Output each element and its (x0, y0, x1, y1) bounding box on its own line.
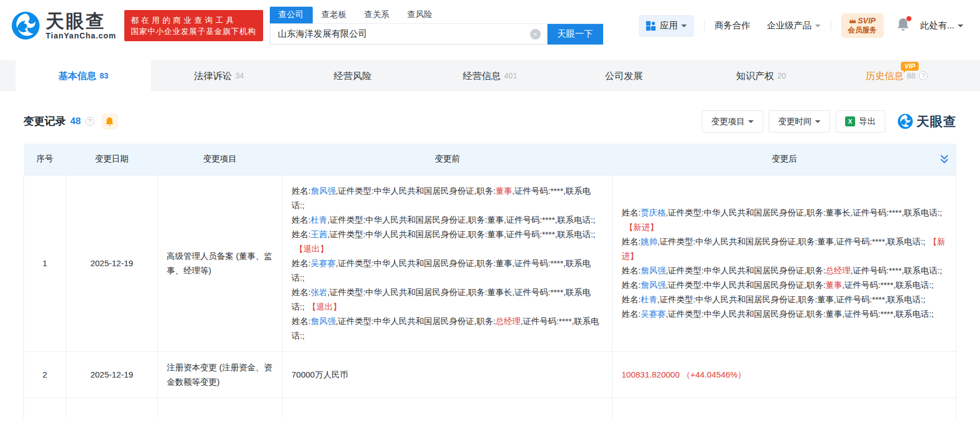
highlighted-text: 总经理 (496, 316, 521, 326)
svip-member-badge[interactable]: SVIP 会员服务 (841, 13, 884, 38)
person-link[interactable]: 贾庆格 (641, 208, 666, 217)
plain-text: 姓名: (292, 258, 311, 268)
chevron-down-icon (958, 25, 963, 27)
business-cooperation-link[interactable]: 商务合作 (715, 20, 750, 32)
cell-date: 2025-12-19 (66, 175, 158, 351)
search-button[interactable]: 天眼一下 (547, 24, 603, 45)
apps-menu[interactable]: 应用 (639, 15, 694, 37)
site-logo[interactable]: 天眼查 TianYanCha.com (11, 11, 117, 40)
search-tab-boss[interactable]: 查老板 (313, 7, 356, 23)
person-link[interactable]: 姚帅 (641, 237, 657, 246)
person-link[interactable]: 吴赛赛 (311, 258, 336, 268)
tianyancha-logo-icon (897, 114, 913, 129)
notification-bell-icon[interactable] (897, 18, 909, 33)
top-menu: 应用 商务合作 企业级产品 SVIP 会员服务 此处有... (639, 13, 963, 38)
change-records-header: 变更记录 48 变更项目 变更时间 导出 天眼查 (23, 110, 957, 133)
header-before: 变更前 (283, 144, 613, 175)
person-link[interactable]: 吴赛赛 (641, 309, 666, 319)
bell-icon (105, 117, 114, 126)
collapse-all-icon[interactable] (940, 154, 949, 166)
help-icon[interactable] (85, 117, 94, 126)
cell-after: 姓名:贾庆格,证件类型:中华人民共和国居民身份证,职务:董事长,证件号码:***… (613, 175, 957, 351)
cell-item: 高级管理人员备案 (董事、监事、经理等) (158, 175, 283, 351)
search-input[interactable] (270, 24, 547, 45)
person-link[interactable]: 杜青 (641, 295, 657, 304)
site-header: 天眼查 TianYanCha.com 都在用的商业查询工具 国家中小企业发展子基… (0, 0, 980, 51)
change-entry: 姓名:张岩,证件类型:中华人民共和国居民身份证,职务:董事长,证件号码:****… (292, 285, 603, 314)
person-link[interactable]: 詹风强 (641, 280, 666, 290)
plain-text: 姓名: (292, 316, 311, 326)
export-button[interactable]: 导出 (836, 110, 885, 133)
subscribe-bell-button[interactable] (102, 114, 118, 129)
section-actions: 变更项目 变更时间 导出 天眼查 (702, 110, 957, 133)
cell-seq: 1 (24, 175, 66, 351)
filter-label: 变更项目 (711, 116, 745, 127)
enterprise-label: 企业级产品 (767, 21, 812, 30)
plain-text: ,证件类型:中华人民共和国居民身份证,职务:董事,证件号码:****,联系电话:… (666, 309, 934, 319)
person-link[interactable]: 詹风强 (641, 266, 666, 275)
user-menu[interactable]: 此处有... (920, 20, 963, 32)
tab-operation-info[interactable]: 经营信息401 (422, 60, 557, 91)
change-entry: 姓名:姚帅,证件类型:中华人民共和国居民身份证,职务:董事,证件号码:****,… (622, 234, 947, 263)
plain-text: ,证件类型:中华人民共和国居民身份证,职务: (336, 316, 496, 326)
plain-text: ,证件类型:中华人民共和国居民身份证,职务: (336, 186, 496, 195)
tianyancha-watermark: 天眼查 (897, 113, 957, 130)
search-block: 查公司 查老板 查关系 查风险 天眼一下 (270, 7, 603, 45)
person-link[interactable]: 杜青 (311, 215, 327, 224)
plain-text: ,证件号码:****,联系电话:; (842, 280, 934, 290)
table-header-row: 序号 变更日期 变更项目 变更前 变更后 (24, 144, 957, 175)
tab-count: 401 (504, 71, 517, 80)
tab-label: 经营信息 (463, 70, 501, 82)
tab-company-development[interactable]: 公司发展 (558, 60, 693, 91)
cell-empty (613, 398, 957, 419)
cell-empty (24, 398, 66, 419)
cell-seq: 2 (24, 351, 66, 398)
tab-operation-risk[interactable]: 经营风险 (287, 60, 422, 91)
clear-icon[interactable] (530, 29, 541, 40)
enterprise-product-link[interactable]: 企业级产品 (767, 20, 821, 32)
tab-history-info[interactable]: VIP 历史信息88 (829, 60, 964, 91)
search-tab-company[interactable]: 查公司 (270, 7, 313, 23)
tianyancha-logo-icon (11, 11, 40, 40)
svip-label: SVIP (858, 16, 876, 25)
brand-domain: TianYanCha.com (46, 31, 117, 40)
tianyancha-page: 天眼查 TianYanCha.com 都在用的商业查询工具 国家中小企业发展子基… (0, 0, 980, 431)
change-table-body: 12025-12-19高级管理人员备案 (董事、监事、经理等)姓名:詹风强,证件… (24, 175, 957, 419)
change-entry: 70000万人民币 (292, 368, 603, 382)
plain-text: ,证件号码:****,联系电话:; (851, 266, 942, 275)
highlighted-text: 总经理 (826, 266, 851, 275)
cell-after: 100831.820000 （+44.04546%） (613, 351, 957, 398)
export-label: 导出 (859, 116, 876, 127)
plain-text: 姓名: (622, 295, 641, 304)
plain-text: ,证件类型:中华人民共和国居民身份证,职务:董事长,证件号码:****,联系电话… (666, 208, 942, 217)
search-tab-risk[interactable]: 查风险 (399, 7, 442, 23)
change-entry: 姓名:王茜,证件类型:中华人民共和国居民身份证,职务:董事,证件号码:****,… (292, 227, 603, 256)
plain-text: 姓名: (622, 237, 641, 246)
filter-change-item-button[interactable]: 变更项目 (702, 110, 763, 133)
section-title: 变更记录 (23, 114, 66, 129)
filter-change-time-button[interactable]: 变更时间 (769, 110, 830, 133)
plain-text: 姓名: (292, 287, 311, 297)
plain-text: ,证件类型:中华人民共和国居民身份证,职务:董事,证件号码:****,联系电话:… (657, 237, 925, 246)
tab-basic-info[interactable]: 基本信息83 (16, 60, 151, 91)
chevron-down-icon (681, 25, 687, 27)
person-link[interactable]: 王茜 (311, 229, 327, 239)
tab-count: 83 (100, 71, 109, 80)
excel-icon (845, 116, 855, 126)
person-link[interactable]: 詹风强 (311, 316, 336, 326)
cell-before: 姓名:詹风强,证件类型:中华人民共和国居民身份证,职务:董事,证件号码:****… (283, 175, 613, 351)
tab-intellectual-property[interactable]: 知识产权20 (693, 60, 829, 91)
person-link[interactable]: 詹风强 (311, 186, 336, 195)
cell-empty (283, 398, 613, 419)
filter-label: 变更时间 (778, 116, 812, 127)
search-tab-relation[interactable]: 查关系 (356, 7, 399, 23)
header-change-item: 变更项目 (158, 144, 283, 175)
tab-legal-proceedings[interactable]: 法律诉讼34 (151, 60, 287, 91)
change-entry: 姓名:吴赛赛,证件类型:中华人民共和国居民身份证,职务:董事,证件号码:****… (292, 256, 603, 285)
help-icon[interactable] (919, 71, 928, 80)
change-entry: 100831.820000 （+44.04546%） (622, 368, 947, 382)
header-after-label: 变更后 (772, 154, 797, 163)
person-link[interactable]: 张岩 (311, 287, 327, 297)
tab-label: 经营风险 (334, 70, 372, 82)
search-tabs: 查公司 查老板 查关系 查风险 (270, 7, 603, 24)
